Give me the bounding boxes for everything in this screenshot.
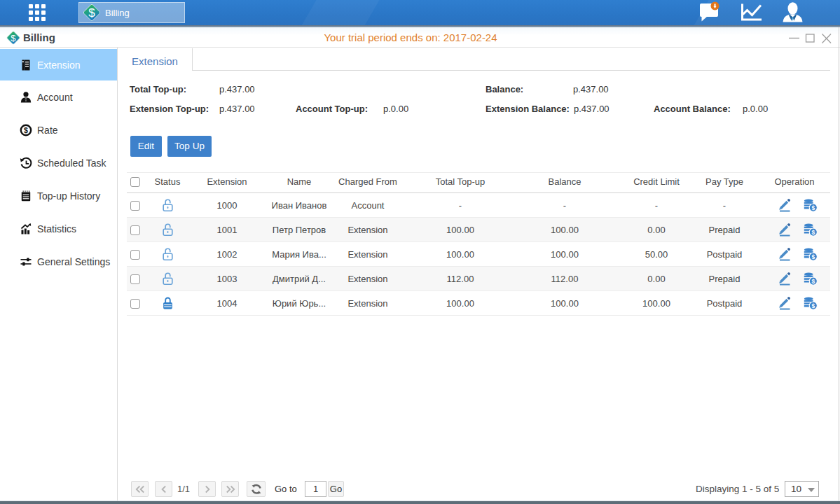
svg-text:$: $ bbox=[811, 253, 815, 260]
svg-text:$: $ bbox=[88, 6, 95, 20]
svg-text:$: $ bbox=[24, 126, 28, 134]
svg-text:$: $ bbox=[811, 278, 815, 285]
svg-text:$: $ bbox=[811, 204, 815, 211]
svg-text:$: $ bbox=[11, 33, 16, 43]
svg-text:$: $ bbox=[811, 229, 815, 236]
svg-text:$: $ bbox=[811, 302, 815, 309]
